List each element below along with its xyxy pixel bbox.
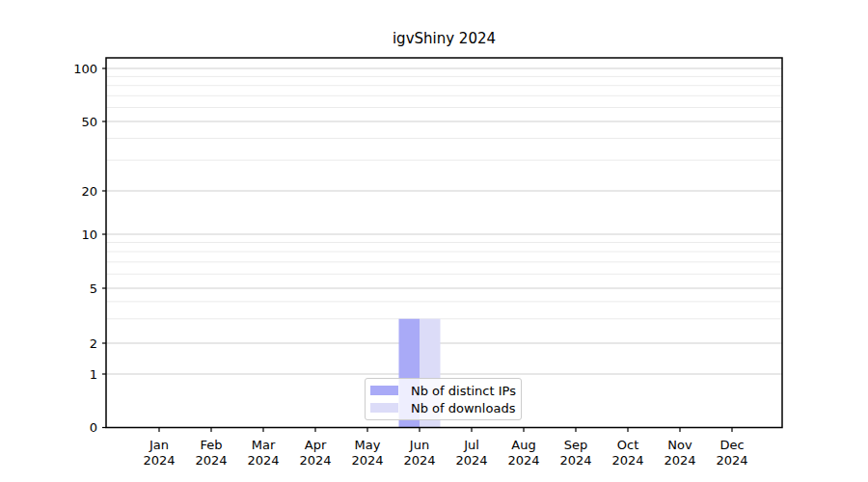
legend-label-downloads: Nb of downloads <box>411 401 515 415</box>
x-axis-tick-label-month: Apr <box>305 438 327 452</box>
x-axis-tick-label-month: Dec <box>719 438 744 452</box>
x-axis-tick-label-year: 2024 <box>507 453 539 468</box>
x-axis-tick-label-year: 2024 <box>247 453 279 468</box>
x-axis-tick-label-year: 2024 <box>351 453 383 468</box>
x-axis-tick-label-month: Sep <box>564 438 588 452</box>
y-axis-tick-label: 20 <box>81 184 97 199</box>
x-axis-tick-label-month: Feb <box>200 438 222 452</box>
chart-figure: igvShiny 2024 0125102050100Jan2024Feb202… <box>0 0 868 482</box>
x-axis-tick-label-month: Oct <box>617 438 638 452</box>
legend-item-downloads: Nb of downloads <box>370 401 515 415</box>
x-axis-tick-label-year: 2024 <box>403 453 435 468</box>
x-axis-tick-label-year: 2024 <box>195 453 227 468</box>
legend-label-distinct-ips: Nb of distinct IPs <box>411 384 516 398</box>
chart-legend: Nb of distinct IPs Nb of downloads <box>365 378 522 420</box>
x-axis-tick-label-month: Jul <box>463 438 479 452</box>
x-axis-tick-label-year: 2024 <box>611 453 643 468</box>
x-axis-tick-label-year: 2024 <box>455 453 487 468</box>
y-axis-tick-label: 100 <box>73 62 97 76</box>
x-axis-tick-label-year: 2024 <box>664 453 695 468</box>
x-axis-tick-label-year: 2024 <box>559 453 591 468</box>
y-axis-tick-label: 2 <box>90 336 97 351</box>
y-axis-tick-label: 10 <box>81 228 97 242</box>
x-axis-tick-label-year: 2024 <box>299 453 331 468</box>
x-axis-tick-label-month: Jan <box>149 438 169 452</box>
x-axis-tick-label-month: Aug <box>511 438 535 452</box>
x-axis-tick-label-year: 2024 <box>143 453 175 468</box>
x-axis-tick-label-month: May <box>355 438 381 452</box>
y-axis-tick-label: 1 <box>90 367 97 382</box>
x-axis-tick-label-year: 2024 <box>716 453 747 468</box>
x-axis-tick-label-month: Nov <box>667 438 692 452</box>
legend-swatch-downloads <box>370 403 398 413</box>
legend-swatch-distinct-ips <box>370 386 398 395</box>
y-axis-tick-label: 0 <box>90 420 97 435</box>
y-axis-tick-label: 50 <box>81 115 97 129</box>
legend-item-distinct-ips: Nb of distinct IPs <box>370 384 515 397</box>
y-axis-tick-label: 5 <box>90 281 97 296</box>
x-axis-tick-label-month: Jun <box>409 438 429 452</box>
x-axis-tick-label-month: Mar <box>252 438 276 452</box>
